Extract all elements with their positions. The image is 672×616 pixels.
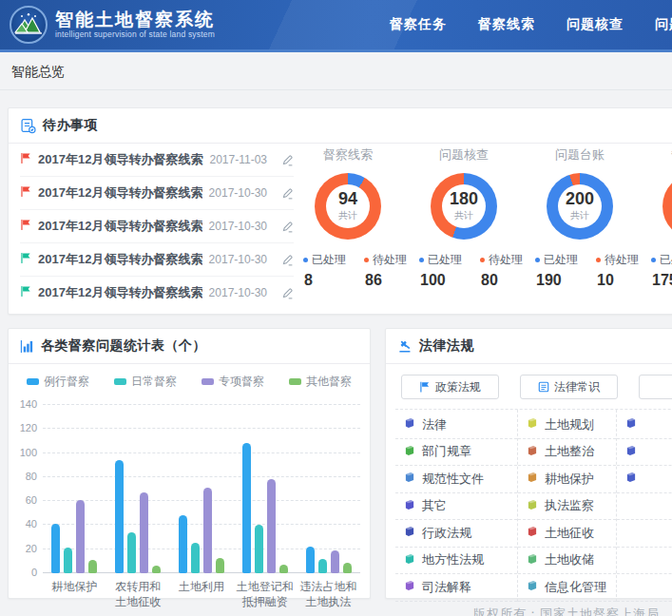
bar[interactable] — [216, 558, 224, 573]
bar-legend-entry[interactable]: 专项督察 — [202, 374, 264, 390]
bar[interactable] — [191, 543, 200, 573]
bar-legend-entry[interactable]: 其他督察 — [289, 374, 352, 390]
legend-name: 日常督察 — [131, 374, 177, 390]
bar-legend-entry[interactable]: 例行督察 — [27, 374, 89, 390]
todo-clipboard-icon — [20, 118, 36, 134]
donut-legend: 已处理8待处理86 — [303, 252, 406, 289]
bar[interactable] — [115, 460, 124, 573]
nav-item-issue-ledger[interactable]: 问题台账 — [655, 16, 672, 33]
bar[interactable] — [64, 548, 72, 573]
y-axis-tick: 0 — [12, 567, 37, 578]
laws-title: 法律法规 — [419, 337, 474, 355]
nav-item-supervision-tasks[interactable]: 督察任务 — [390, 16, 447, 33]
law-button-icon — [419, 381, 431, 393]
law-item-label: 部门规章 — [422, 443, 471, 460]
todo-item-date: 2017-10-30 — [209, 186, 267, 200]
bar[interactable] — [343, 563, 352, 573]
law-item[interactable]: 行政法规 — [395, 520, 517, 548]
todo-row[interactable]: 2017年12月领导转办督察线索2017-11-03 — [20, 144, 294, 177]
law-item[interactable]: 其它 — [395, 493, 517, 521]
legend-name: 已处理 — [544, 252, 578, 268]
donut-center: 94共计 — [326, 184, 370, 228]
law-item[interactable]: 土地整治 — [518, 439, 616, 467]
law-item-label: 执法监察 — [545, 497, 594, 514]
bar-chart-card: 各类督察问题统计表（个） 例行督察日常督察专项督察其他督察 0204060801… — [8, 328, 371, 599]
bar-legend-entry[interactable]: 日常督察 — [114, 374, 177, 390]
flag-icon — [20, 252, 31, 264]
todo-row[interactable]: 2017年12月领导转办督察线索2017-10-30 — [20, 243, 294, 277]
legend-dot — [364, 258, 369, 262]
donut-ring — [662, 173, 672, 240]
law-item[interactable]: 司法解释 — [395, 574, 517, 602]
law-item[interactable]: 耕地保护 — [518, 466, 616, 493]
law-item[interactable]: 土地规划 — [518, 412, 616, 439]
bar[interactable] — [76, 500, 85, 573]
book-icon — [404, 445, 415, 459]
law-item-label: 地方性法规 — [422, 551, 484, 568]
law-item[interactable]: 规范性文件 — [395, 466, 517, 493]
law-item[interactable]: 执法监察 — [518, 493, 616, 521]
y-axis-tick: 140 — [12, 398, 37, 410]
clipped-button-button[interactable] — [639, 375, 672, 399]
todo-row[interactable]: 2017年12月领导转办督察线索2017-10-30 — [20, 210, 294, 243]
law-item-clipped[interactable] — [617, 412, 672, 439]
donut-chart: 问题台账200共计已处理190待处理10 — [522, 146, 638, 289]
book-icon — [404, 580, 415, 594]
top-navbar: 智能土地督察系统 intelligent supervision of stat… — [0, 0, 672, 52]
todo-item-text: 2017年12月领导转办督察线索 — [38, 284, 202, 301]
donut-legend-entry: 待处理86 — [364, 252, 412, 289]
law-item-clipped[interactable] — [617, 439, 672, 467]
law-item[interactable]: 地方性法规 — [395, 548, 517, 575]
page-title: 智能总览 — [11, 64, 65, 81]
nav-item-supervision-clues[interactable]: 督察线索 — [478, 16, 535, 33]
todo-item-date: 2017-11-03 — [210, 153, 268, 166]
legend-name: 待处理 — [373, 252, 407, 268]
legend-name: 已处理 — [660, 252, 672, 268]
bar[interactable] — [152, 566, 161, 573]
law-item[interactable]: 法律 — [395, 412, 517, 439]
law-item[interactable]: 部门规章 — [395, 439, 517, 467]
bar[interactable] — [203, 488, 212, 573]
bar[interactable] — [242, 443, 251, 573]
book-icon — [625, 445, 637, 459]
book-icon — [404, 472, 415, 486]
donut-total: 94 — [338, 190, 357, 207]
bar-chart-legend: 例行督察日常督察专项督察其他督察 — [9, 374, 370, 390]
bar[interactable] — [331, 550, 339, 573]
law-grid: 法律部门规章规范性文件其它行政法规地方性法规司法解释土地规划土地整治耕地保护执法… — [395, 409, 672, 602]
todo-row[interactable]: 2017年12月领导转办督察线索2017-10-30 — [20, 177, 294, 210]
law-item[interactable]: 土地征收 — [518, 520, 616, 548]
legend-name: 例行督察 — [44, 374, 89, 390]
bar[interactable] — [306, 547, 315, 573]
law-item-clipped — [617, 493, 672, 521]
bar[interactable] — [140, 492, 148, 573]
bar[interactable] — [127, 532, 136, 573]
law-item-label: 法律 — [422, 416, 447, 433]
legal-knowledge-button[interactable]: 法律常识 — [520, 375, 618, 399]
bar[interactable] — [267, 479, 276, 573]
todo-row[interactable]: 2017年12月领导转办督察线索2017-10-30 — [20, 277, 294, 309]
legend-name: 待处理 — [489, 252, 523, 268]
law-item[interactable]: 土地收储 — [518, 548, 616, 575]
bar-group: 耕地保护 — [51, 405, 97, 573]
bar[interactable] — [51, 524, 60, 573]
bar[interactable] — [318, 559, 327, 573]
bar[interactable] — [179, 515, 187, 573]
bar[interactable] — [88, 560, 97, 573]
nav-item-issue-verification[interactable]: 问题核查 — [566, 16, 624, 33]
donut-legend: 已处理100待处理80 — [419, 252, 522, 289]
bar[interactable] — [279, 565, 288, 573]
law-item-clipped[interactable] — [617, 466, 672, 493]
legend-name: 已处理 — [312, 252, 346, 268]
book-icon — [404, 553, 415, 568]
donut-title: 督察任务 — [638, 146, 672, 164]
law-item-label: 规范性文件 — [422, 471, 484, 488]
bar[interactable] — [255, 525, 263, 573]
todo-item-text: 2017年12月领导转办督察线索 — [38, 151, 203, 168]
policy-regulations-button[interactable]: 政策法规 — [401, 375, 499, 399]
law-button-label: 法律常识 — [554, 379, 600, 395]
x-axis-label: 违法占地和 土地执法 — [288, 579, 370, 609]
todo-item-date: 2017-10-30 — [209, 253, 267, 266]
law-item[interactable]: 信息化管理 — [518, 574, 616, 602]
donut-total: 180 — [450, 190, 478, 207]
